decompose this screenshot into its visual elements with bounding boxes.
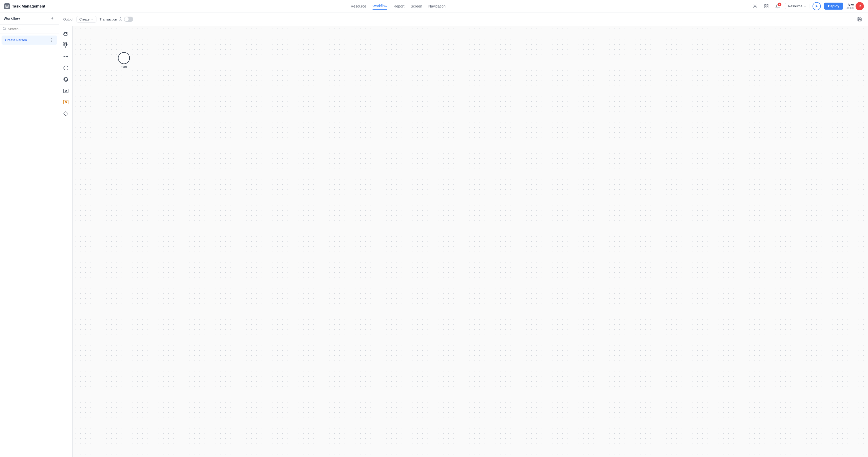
nav-item-screen[interactable]: Screen <box>411 3 422 9</box>
svg-point-18 <box>64 66 68 70</box>
tool-panel <box>59 26 72 457</box>
create-dropdown-label: Create <box>79 18 89 21</box>
svg-rect-4 <box>765 6 766 8</box>
main-nav: Resource Workflow Report Screen Navigati… <box>351 3 446 9</box>
nav-item-resource[interactable]: Resource <box>351 3 366 9</box>
gateway-button[interactable] <box>61 109 71 119</box>
svg-point-20 <box>64 78 67 81</box>
output-label: Output <box>63 18 73 21</box>
settings-button[interactable] <box>751 2 759 10</box>
sidebar-item-menu-icon[interactable]: ⋮ <box>50 38 54 42</box>
toolbar: Output Create Transaction i <box>59 12 868 26</box>
sidebar-item-create-person[interactable]: Create Person ⋮ <box>2 35 57 44</box>
transaction-label: Transaction <box>99 18 117 21</box>
main-layout: Workflow + Create Person ⋮ Output Create <box>0 12 868 457</box>
select-tool-button[interactable] <box>61 40 71 50</box>
search-icon <box>3 27 6 31</box>
user-avatar[interactable]: R <box>856 2 864 10</box>
sidebar-item-label: Create Person <box>5 38 27 42</box>
sidebar-add-button[interactable]: + <box>50 16 55 21</box>
sidebar-search <box>0 25 59 33</box>
resource-dropdown-label: Resource <box>788 4 802 8</box>
transaction-toggle[interactable] <box>124 17 133 22</box>
svg-rect-21 <box>63 89 68 93</box>
start-node-circle <box>118 52 130 64</box>
create-dropdown[interactable]: Create <box>76 16 96 23</box>
transaction-control: Transaction i <box>99 17 133 22</box>
search-input[interactable] <box>8 27 56 31</box>
user-info: riyan admin <box>846 3 854 9</box>
svg-rect-5 <box>767 6 768 8</box>
header-left: Task Management <box>4 3 45 9</box>
task-alt-button[interactable] <box>61 97 71 107</box>
notification-button[interactable]: 9 <box>774 2 782 10</box>
header: Task Management Resource Workflow Report… <box>0 0 868 12</box>
sidebar-header: Workflow + <box>0 12 59 25</box>
user-name: riyan <box>846 3 854 6</box>
run-button[interactable] <box>812 2 821 10</box>
nav-item-report[interactable]: Report <box>394 3 404 9</box>
grid-button[interactable] <box>762 2 771 10</box>
canvas-container: start <box>59 26 868 457</box>
start-node-label: start <box>121 65 127 69</box>
user-role: admin <box>846 6 854 9</box>
deploy-button[interactable]: Deploy <box>824 3 843 9</box>
sidebar: Workflow + Create Person ⋮ <box>0 12 59 457</box>
hand-tool-button[interactable] <box>61 29 71 39</box>
svg-rect-2 <box>765 4 766 6</box>
svg-marker-6 <box>816 5 818 7</box>
nav-item-workflow[interactable]: Workflow <box>373 3 388 9</box>
resource-dropdown[interactable]: Resource <box>785 3 809 9</box>
notification-badge: 9 <box>778 3 781 6</box>
user-profile[interactable]: riyan admin R <box>846 2 864 10</box>
app-title: Task Management <box>12 4 45 8</box>
svg-rect-23 <box>63 100 68 104</box>
svg-rect-3 <box>767 4 768 6</box>
sidebar-title: Workflow <box>4 16 20 21</box>
task-button[interactable] <box>61 86 71 96</box>
transaction-info-icon[interactable]: i <box>119 18 122 21</box>
start-node[interactable]: start <box>118 52 130 69</box>
workflow-canvas[interactable]: start <box>72 26 868 457</box>
toggle-knob <box>124 17 129 21</box>
start-event-button[interactable] <box>61 63 71 73</box>
nav-item-navigation[interactable]: Navigation <box>428 3 445 9</box>
header-right: 9 Resource Deploy riyan admin R <box>751 2 864 10</box>
svg-point-22 <box>65 90 67 92</box>
svg-point-7 <box>3 27 5 30</box>
svg-point-1 <box>754 5 756 7</box>
end-event-button[interactable] <box>61 74 71 84</box>
space-tool-button[interactable] <box>61 52 71 61</box>
app-logo <box>4 3 10 9</box>
save-button[interactable] <box>856 15 864 23</box>
svg-point-24 <box>65 101 67 103</box>
